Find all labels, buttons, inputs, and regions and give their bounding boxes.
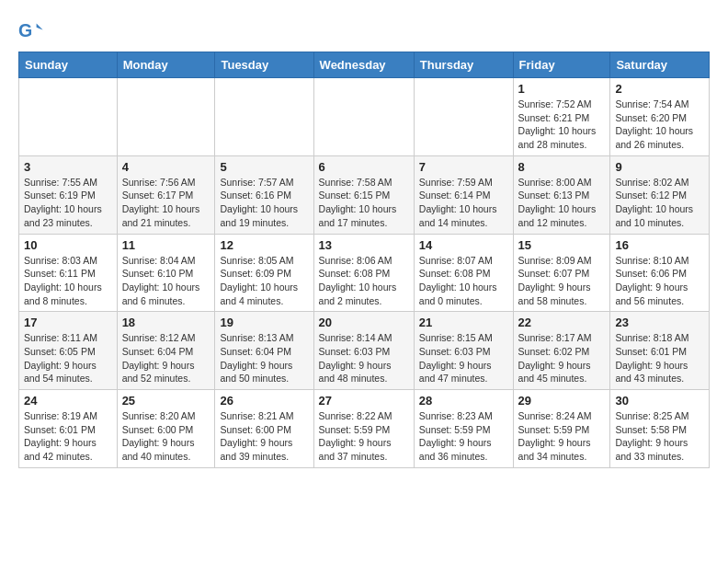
day-info: Sunrise: 7:52 AM Sunset: 6:21 PM Dayligh…	[518, 98, 606, 152]
calendar-cell: 8Sunrise: 8:00 AM Sunset: 6:13 PM Daylig…	[513, 155, 610, 234]
calendar-header-monday: Monday	[117, 52, 215, 78]
day-info: Sunrise: 8:17 AM Sunset: 6:02 PM Dayligh…	[518, 331, 606, 385]
day-number: 14	[419, 238, 508, 252]
day-number: 28	[419, 394, 508, 408]
day-info: Sunrise: 8:22 AM Sunset: 5:59 PM Dayligh…	[319, 409, 409, 464]
logo: G	[18, 18, 46, 44]
day-info: Sunrise: 8:23 AM Sunset: 5:59 PM Dayligh…	[419, 409, 508, 464]
day-number: 1	[518, 82, 606, 96]
calendar-cell: 21Sunrise: 8:15 AM Sunset: 6:03 PM Dayli…	[414, 312, 513, 390]
svg-marker-1	[37, 24, 43, 30]
calendar-cell: 15Sunrise: 8:09 AM Sunset: 6:07 PM Dayli…	[513, 234, 610, 312]
calendar-week-3: 10Sunrise: 8:03 AM Sunset: 6:11 PM Dayli…	[19, 234, 710, 312]
day-number: 10	[24, 238, 112, 252]
day-info: Sunrise: 8:25 AM Sunset: 5:58 PM Dayligh…	[615, 409, 704, 464]
day-number: 22	[518, 316, 606, 329]
day-info: Sunrise: 8:00 AM Sunset: 6:13 PM Dayligh…	[518, 176, 606, 230]
page-header: G	[18, 18, 710, 44]
day-info: Sunrise: 7:56 AM Sunset: 6:17 PM Dayligh…	[122, 176, 210, 230]
day-number: 8	[518, 160, 606, 174]
calendar-cell: 7Sunrise: 7:59 AM Sunset: 6:14 PM Daylig…	[414, 155, 513, 234]
day-number: 21	[419, 316, 508, 329]
calendar-cell: 2Sunrise: 7:54 AM Sunset: 6:20 PM Daylig…	[610, 78, 710, 156]
day-info: Sunrise: 8:11 AM Sunset: 6:05 PM Dayligh…	[24, 331, 112, 385]
calendar-cell: 24Sunrise: 8:19 AM Sunset: 6:01 PM Dayli…	[19, 390, 118, 468]
calendar-cell: 29Sunrise: 8:24 AM Sunset: 5:59 PM Dayli…	[513, 390, 610, 468]
calendar-header-tuesday: Tuesday	[215, 52, 313, 78]
day-number: 30	[615, 394, 704, 408]
day-info: Sunrise: 8:10 AM Sunset: 6:06 PM Dayligh…	[615, 254, 704, 308]
calendar-cell: 9Sunrise: 8:02 AM Sunset: 6:12 PM Daylig…	[610, 155, 710, 234]
day-info: Sunrise: 8:06 AM Sunset: 6:08 PM Dayligh…	[319, 254, 409, 308]
day-info: Sunrise: 7:55 AM Sunset: 6:19 PM Dayligh…	[24, 176, 112, 230]
calendar-cell	[313, 78, 414, 156]
calendar-cell: 5Sunrise: 7:57 AM Sunset: 6:16 PM Daylig…	[215, 155, 313, 234]
day-info: Sunrise: 8:07 AM Sunset: 6:08 PM Dayligh…	[419, 254, 508, 308]
calendar-cell: 6Sunrise: 7:58 AM Sunset: 6:15 PM Daylig…	[313, 155, 414, 234]
day-info: Sunrise: 7:54 AM Sunset: 6:20 PM Dayligh…	[615, 98, 704, 152]
calendar-table: SundayMondayTuesdayWednesdayThursdayFrid…	[18, 52, 710, 468]
calendar-week-5: 24Sunrise: 8:19 AM Sunset: 6:01 PM Dayli…	[19, 390, 710, 468]
calendar-cell: 23Sunrise: 8:18 AM Sunset: 6:01 PM Dayli…	[610, 312, 710, 390]
day-number: 7	[419, 160, 508, 174]
calendar-cell: 28Sunrise: 8:23 AM Sunset: 5:59 PM Dayli…	[414, 390, 513, 468]
calendar-cell: 25Sunrise: 8:20 AM Sunset: 6:00 PM Dayli…	[117, 390, 215, 468]
calendar-cell: 22Sunrise: 8:17 AM Sunset: 6:02 PM Dayli…	[513, 312, 610, 390]
calendar-cell: 1Sunrise: 7:52 AM Sunset: 6:21 PM Daylig…	[513, 78, 610, 156]
day-number: 24	[24, 394, 112, 408]
day-info: Sunrise: 7:58 AM Sunset: 6:15 PM Dayligh…	[319, 176, 409, 230]
day-number: 20	[319, 316, 409, 329]
day-number: 13	[319, 238, 409, 252]
day-number: 4	[122, 160, 210, 174]
calendar-cell: 10Sunrise: 8:03 AM Sunset: 6:11 PM Dayli…	[19, 234, 118, 312]
calendar-cell: 4Sunrise: 7:56 AM Sunset: 6:17 PM Daylig…	[117, 155, 215, 234]
day-info: Sunrise: 8:13 AM Sunset: 6:04 PM Dayligh…	[220, 331, 308, 385]
day-info: Sunrise: 8:21 AM Sunset: 6:00 PM Dayligh…	[220, 409, 308, 464]
calendar-cell: 12Sunrise: 8:05 AM Sunset: 6:09 PM Dayli…	[215, 234, 313, 312]
day-number: 17	[24, 316, 112, 329]
day-info: Sunrise: 8:20 AM Sunset: 6:00 PM Dayligh…	[122, 409, 210, 464]
day-info: Sunrise: 8:05 AM Sunset: 6:09 PM Dayligh…	[220, 254, 308, 308]
calendar-header-sunday: Sunday	[19, 52, 118, 78]
calendar-cell	[215, 78, 313, 156]
day-number: 19	[220, 316, 308, 329]
calendar-cell: 13Sunrise: 8:06 AM Sunset: 6:08 PM Dayli…	[313, 234, 414, 312]
day-info: Sunrise: 8:18 AM Sunset: 6:01 PM Dayligh…	[615, 331, 704, 385]
day-info: Sunrise: 8:15 AM Sunset: 6:03 PM Dayligh…	[419, 331, 508, 385]
calendar-header-row: SundayMondayTuesdayWednesdayThursdayFrid…	[19, 52, 710, 78]
day-info: Sunrise: 8:02 AM Sunset: 6:12 PM Dayligh…	[615, 176, 704, 230]
calendar-cell: 3Sunrise: 7:55 AM Sunset: 6:19 PM Daylig…	[19, 155, 118, 234]
day-number: 2	[615, 82, 704, 96]
day-number: 6	[319, 160, 409, 174]
day-number: 11	[122, 238, 210, 252]
calendar-week-2: 3Sunrise: 7:55 AM Sunset: 6:19 PM Daylig…	[19, 155, 710, 234]
day-info: Sunrise: 8:12 AM Sunset: 6:04 PM Dayligh…	[122, 331, 210, 385]
day-number: 15	[518, 238, 606, 252]
calendar-cell: 18Sunrise: 8:12 AM Sunset: 6:04 PM Dayli…	[117, 312, 215, 390]
calendar-week-4: 17Sunrise: 8:11 AM Sunset: 6:05 PM Dayli…	[19, 312, 710, 390]
calendar-cell: 26Sunrise: 8:21 AM Sunset: 6:00 PM Dayli…	[215, 390, 313, 468]
calendar-cell: 27Sunrise: 8:22 AM Sunset: 5:59 PM Dayli…	[313, 390, 414, 468]
day-number: 25	[122, 394, 210, 408]
calendar-cell: 19Sunrise: 8:13 AM Sunset: 6:04 PM Dayli…	[215, 312, 313, 390]
calendar-cell: 30Sunrise: 8:25 AM Sunset: 5:58 PM Dayli…	[610, 390, 710, 468]
day-number: 27	[319, 394, 409, 408]
day-number: 29	[518, 394, 606, 408]
calendar-cell: 14Sunrise: 8:07 AM Sunset: 6:08 PM Dayli…	[414, 234, 513, 312]
day-number: 5	[220, 160, 308, 174]
calendar-cell	[19, 78, 118, 156]
calendar-cell: 16Sunrise: 8:10 AM Sunset: 6:06 PM Dayli…	[610, 234, 710, 312]
day-number: 23	[615, 316, 704, 329]
day-info: Sunrise: 7:57 AM Sunset: 6:16 PM Dayligh…	[220, 176, 308, 230]
logo-icon: G	[18, 18, 44, 44]
day-info: Sunrise: 7:59 AM Sunset: 6:14 PM Dayligh…	[419, 176, 508, 230]
day-info: Sunrise: 8:09 AM Sunset: 6:07 PM Dayligh…	[518, 254, 606, 308]
calendar-week-1: 1Sunrise: 7:52 AM Sunset: 6:21 PM Daylig…	[19, 78, 710, 156]
day-info: Sunrise: 8:04 AM Sunset: 6:10 PM Dayligh…	[122, 254, 210, 308]
calendar-cell	[117, 78, 215, 156]
calendar-cell	[414, 78, 513, 156]
calendar-header-saturday: Saturday	[610, 52, 710, 78]
day-info: Sunrise: 8:24 AM Sunset: 5:59 PM Dayligh…	[518, 409, 606, 464]
day-number: 12	[220, 238, 308, 252]
day-number: 16	[615, 238, 704, 252]
